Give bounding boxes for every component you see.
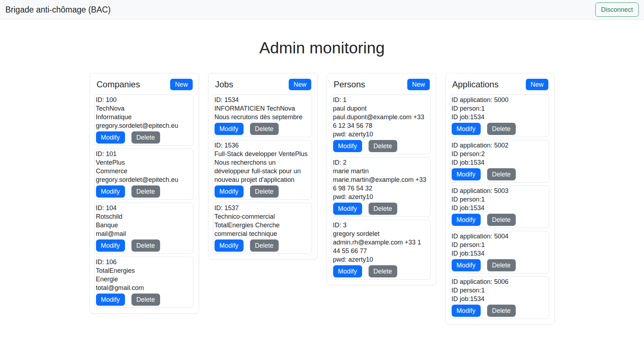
delete-button[interactable]: Delete bbox=[250, 123, 279, 135]
delete-button[interactable]: Delete bbox=[250, 185, 279, 198]
card-companies: Companies New ID: 100TechNovaInformatiqu… bbox=[90, 73, 199, 314]
card-header: Jobs New bbox=[215, 79, 311, 90]
item-text-line: ID: 3 bbox=[333, 221, 429, 229]
modify-button[interactable]: Modify bbox=[96, 185, 125, 198]
delete-button[interactable]: Delete bbox=[250, 239, 279, 252]
new-persons-button[interactable]: New bbox=[407, 79, 429, 90]
modify-button[interactable]: Modify bbox=[215, 239, 244, 252]
record-actions: Modify Delete bbox=[96, 294, 192, 306]
new-applications-button[interactable]: New bbox=[526, 79, 548, 90]
item-text-line: ID: 104 bbox=[96, 204, 192, 212]
modify-button[interactable]: Modify bbox=[215, 185, 244, 198]
item-text-line: gregory.sordelet@epitech.eu bbox=[96, 175, 192, 184]
modify-button[interactable]: Modify bbox=[452, 168, 481, 180]
item-text-line: ID: 1 bbox=[333, 96, 429, 104]
item-text-line: Rotschild bbox=[96, 212, 192, 221]
card-persons: Persons New ID: 1paul dupontpaul.dupont@… bbox=[327, 73, 436, 285]
item-text-line: ID: 2 bbox=[333, 158, 429, 167]
record-text: ID: 106TotalEnergiesEnergietotal@gmail.c… bbox=[96, 258, 192, 292]
item-text-line: gregory sordelet bbox=[333, 229, 429, 238]
record-actions: Modify Delete bbox=[96, 131, 192, 144]
item-text-line: ID: 1534 bbox=[215, 96, 310, 104]
record-text: ID: 1536Full-Stack developper VentePlus … bbox=[215, 141, 310, 184]
modify-button[interactable]: Modify bbox=[452, 305, 481, 317]
record-actions: Modify Delete bbox=[215, 185, 310, 198]
record-text: ID: 1534INFORMATICIEN TechNova Nous recr… bbox=[215, 96, 310, 121]
record-item: ID: 1534INFORMATICIEN TechNova Nous recr… bbox=[213, 95, 312, 137]
item-text-line: pwd: azerty10 bbox=[333, 255, 429, 264]
modify-button[interactable]: Modify bbox=[452, 123, 481, 135]
delete-button[interactable]: Delete bbox=[487, 123, 516, 135]
delete-button[interactable]: Delete bbox=[369, 265, 397, 277]
disconnect-button[interactable]: Disconnect bbox=[595, 3, 639, 17]
item-text-line: paul dupont bbox=[333, 104, 429, 113]
record-text: ID: 3gregory sordeletadmin.rh@example.co… bbox=[333, 221, 429, 264]
card-title: Companies bbox=[97, 79, 140, 89]
item-text-line: pwd: azerty10 bbox=[333, 130, 429, 139]
card-title: Applications bbox=[452, 79, 499, 89]
delete-button[interactable]: Delete bbox=[487, 168, 516, 180]
item-text-line: ID person:1 bbox=[452, 104, 547, 113]
record-text: ID: 2marie martinmarie.martin@example.co… bbox=[333, 158, 429, 201]
delete-button[interactable]: Delete bbox=[487, 214, 516, 226]
delete-button[interactable]: Delete bbox=[131, 131, 160, 144]
record-item: ID: 1536Full-Stack developper VentePlus … bbox=[213, 140, 312, 200]
delete-button[interactable]: Delete bbox=[131, 185, 160, 198]
delete-button[interactable]: Delete bbox=[369, 203, 397, 215]
modify-button[interactable]: Modify bbox=[452, 259, 481, 271]
modify-button[interactable]: Modify bbox=[333, 140, 362, 152]
page-title: Admin monitoring bbox=[0, 39, 644, 57]
item-text-line: Full-Stack developper VentePlus Nous rec… bbox=[215, 150, 310, 184]
record-item: ID: 104RotschildBanquemail@mail Modify D… bbox=[94, 203, 193, 254]
item-text-line: Energie bbox=[96, 275, 192, 284]
card-header: Persons New bbox=[334, 79, 430, 90]
new-companies-button[interactable]: New bbox=[170, 79, 192, 90]
item-text-line: ID person:1 bbox=[452, 286, 547, 295]
record-text: ID: 100TechNovaInformatiquegregory.sorde… bbox=[96, 96, 192, 130]
record-text: ID application: 5003ID person:1ID job:15… bbox=[452, 186, 547, 212]
modify-button[interactable]: Modify bbox=[96, 131, 125, 144]
record-actions: Modify Delete bbox=[333, 265, 429, 277]
record-actions: Modify Delete bbox=[333, 203, 429, 215]
modify-button[interactable]: Modify bbox=[215, 123, 244, 135]
item-text-line: ID application: 5000 bbox=[452, 96, 547, 104]
item-text-line: ID application: 5002 bbox=[452, 141, 547, 150]
item-text-line: pwd: azerty10 bbox=[333, 193, 429, 201]
record-actions: Modify Delete bbox=[333, 140, 429, 152]
record-text: ID: 1537Technico-commercial TotalEnergie… bbox=[215, 204, 310, 238]
delete-button[interactable]: Delete bbox=[131, 239, 160, 252]
app-header: Brigade anti-chômage (BAC) Disconnect bbox=[0, 0, 644, 20]
delete-button[interactable]: Delete bbox=[487, 259, 516, 271]
record-item: ID: 106TotalEnergiesEnergietotal@gmail.c… bbox=[94, 257, 193, 308]
item-text-line: ID person:2 bbox=[452, 150, 547, 158]
item-text-line: Informatique bbox=[96, 113, 192, 121]
record-item: ID: 101VentePlusCommercegregory.sordelet… bbox=[94, 149, 193, 200]
record-actions: Modify Delete bbox=[215, 123, 310, 135]
item-text-line: ID job:1534 bbox=[452, 158, 547, 167]
record-actions: Modify Delete bbox=[452, 123, 547, 135]
item-text-line: ID job:1534 bbox=[452, 295, 547, 303]
record-text: ID application: 5000ID person:1ID job:15… bbox=[452, 96, 547, 121]
item-text-line: INFORMATICIEN TechNova Nous recrutons dè… bbox=[215, 104, 310, 121]
record-item: ID: 1paul dupontpaul.dupont@example.com … bbox=[331, 95, 431, 154]
modify-button[interactable]: Modify bbox=[96, 294, 125, 306]
modify-button[interactable]: Modify bbox=[96, 239, 125, 252]
modify-button[interactable]: Modify bbox=[333, 265, 362, 277]
delete-button[interactable]: Delete bbox=[369, 140, 397, 152]
modify-button[interactable]: Modify bbox=[452, 214, 481, 226]
item-text-line: ID job:1534 bbox=[452, 204, 547, 212]
item-list: ID: 1paul dupontpaul.dupont@example.com … bbox=[331, 95, 431, 280]
record-text: ID application: 5004ID person:1ID job:15… bbox=[452, 232, 547, 258]
new-jobs-button[interactable]: New bbox=[289, 79, 311, 90]
delete-button[interactable]: Delete bbox=[131, 294, 160, 306]
delete-button[interactable]: Delete bbox=[487, 305, 516, 317]
item-text-line: Commerce bbox=[96, 167, 192, 175]
item-text-line: gregory.sordelet@epitech.eu bbox=[96, 121, 192, 130]
item-text-line: paul.dupont@example.com +33 6 12 34 56 7… bbox=[333, 113, 429, 130]
card-applications: Applications New ID application: 5000ID … bbox=[445, 73, 555, 325]
item-text-line: marie martin bbox=[333, 167, 429, 175]
card-title: Jobs bbox=[215, 79, 234, 89]
record-item: ID application: 5003ID person:1ID job:15… bbox=[450, 185, 549, 228]
record-actions: Modify Delete bbox=[452, 305, 547, 317]
modify-button[interactable]: Modify bbox=[333, 203, 362, 215]
